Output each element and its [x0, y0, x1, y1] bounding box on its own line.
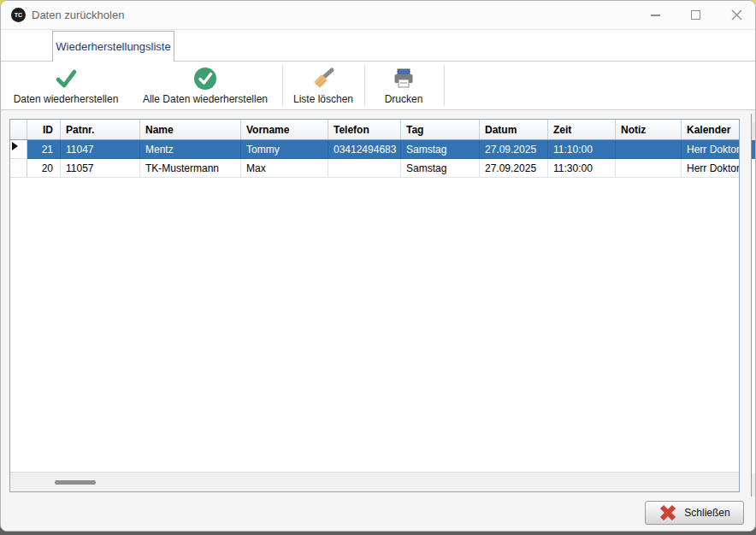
printer-icon — [392, 67, 416, 91]
table-header-row: ID Patnr. Name Vorname Telefon Tag Datum… — [10, 120, 739, 140]
cell-name: Mentz — [140, 140, 241, 159]
restore-data-button[interactable]: Daten wiederherstellen — [3, 63, 129, 108]
maximize-button[interactable] — [678, 1, 712, 29]
cell-kalender: Herr Doktor — [682, 159, 739, 178]
toolbar: Daten wiederherstellen Alle Daten wieder… — [1, 61, 755, 110]
clear-list-button[interactable]: Liste löschen — [287, 63, 359, 108]
column-header-zeit[interactable]: Zeit — [548, 120, 616, 139]
maximize-icon — [691, 10, 700, 20]
close-dialog-button[interactable]: Schließen — [645, 501, 744, 525]
column-header-name[interactable]: Name — [140, 120, 241, 139]
selector-column-header — [10, 120, 27, 139]
restore-data-label: Daten wiederherstellen — [14, 93, 119, 105]
app-icon: TC — [11, 8, 26, 22]
dialog-window: TC Daten zurückholen Wiederherstellungsl… — [0, 0, 756, 532]
cell-vorname: Max — [241, 159, 328, 178]
cell-zeit: 11:10:00 — [548, 140, 616, 159]
red-x-icon — [659, 503, 677, 522]
column-header-kalender[interactable]: Kalender — [682, 120, 739, 139]
column-header-telefon[interactable]: Telefon — [328, 120, 401, 139]
check-icon — [54, 67, 78, 91]
cell-notiz — [616, 140, 682, 159]
print-label: Drucken — [385, 93, 423, 105]
close-window-button[interactable] — [719, 1, 753, 29]
table-row[interactable]: 21 11047 Mentz Tommy 03412494683 Samstag… — [10, 140, 739, 159]
check-circle-icon — [193, 67, 217, 91]
column-header-vorname[interactable]: Vorname — [241, 120, 328, 139]
restore-all-data-label: Alle Daten wiederherstellen — [143, 93, 268, 105]
column-header-tag[interactable]: Tag — [401, 120, 480, 139]
minimize-button[interactable] — [638, 1, 672, 29]
horizontal-scrollbar[interactable] — [10, 472, 739, 491]
cell-notiz — [616, 159, 682, 178]
cell-vorname: Tommy — [241, 140, 328, 159]
toolbar-separator — [364, 65, 365, 106]
toolbar-separator — [282, 65, 283, 106]
toolbar-separator — [444, 65, 445, 106]
cell-id: 21 — [27, 140, 61, 159]
close-icon — [731, 9, 742, 21]
tab-wiederherstellungsliste[interactable]: Wiederherstellungsliste — [52, 31, 174, 62]
table-row[interactable]: 20 11057 TK-Mustermann Max Samstag 27.09… — [10, 159, 739, 178]
current-row-arrow-icon — [12, 142, 18, 150]
cell-telefon: 03412494683 — [328, 140, 401, 159]
row-selector-cell — [10, 140, 27, 159]
cell-datum: 27.09.2025 — [480, 159, 548, 178]
minimize-icon — [651, 15, 660, 16]
broom-icon — [311, 67, 335, 91]
table-empty-area — [10, 178, 739, 472]
content-panel: ID Patnr. Name Vorname Telefon Tag Datum… — [1, 110, 755, 531]
close-dialog-label: Schließen — [684, 507, 729, 519]
cell-zeit: 11:30:00 — [548, 159, 616, 178]
title-bar[interactable]: TC Daten zurückholen — [1, 1, 755, 30]
cell-kalender: Herr Doktor — [682, 140, 739, 159]
cell-datum: 27.09.2025 — [480, 140, 548, 159]
row-selector-cell — [10, 159, 27, 178]
cell-tag: Samstag — [401, 159, 480, 178]
column-header-datum[interactable]: Datum — [480, 120, 548, 139]
column-header-notiz[interactable]: Notiz — [616, 120, 682, 139]
print-button[interactable]: Drucken — [369, 63, 438, 108]
background-window-sliver — [751, 114, 756, 497]
cell-patnr: 11047 — [61, 140, 140, 159]
column-header-id[interactable]: ID — [27, 120, 61, 139]
cell-id: 20 — [27, 159, 61, 178]
cell-tag: Samstag — [401, 140, 480, 159]
recovery-table: ID Patnr. Name Vorname Telefon Tag Datum… — [9, 119, 740, 492]
clear-list-label: Liste löschen — [293, 93, 353, 105]
cell-name: TK-Mustermann — [140, 159, 241, 178]
cell-patnr: 11057 — [61, 159, 140, 178]
column-header-patnr[interactable]: Patnr. — [61, 120, 140, 139]
window-title: Daten zurückholen — [32, 9, 124, 21]
scrollbar-thumb[interactable] — [55, 480, 96, 485]
restore-all-data-button[interactable]: Alle Daten wiederherstellen — [133, 63, 277, 108]
cell-telefon — [328, 159, 401, 178]
